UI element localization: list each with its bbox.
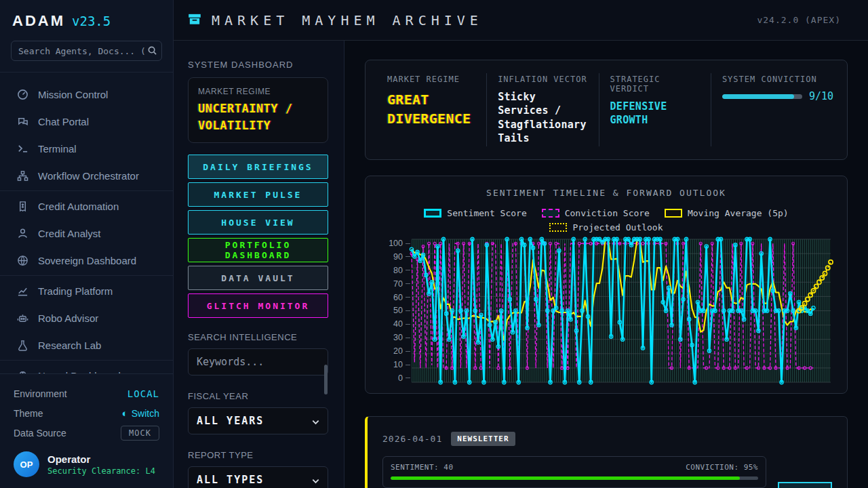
sitemap-icon [16,169,28,182]
y-tick-label: 10 [382,361,410,369]
newsletter-stats-box: SENTIMENT: 40 CONVICTION: 95% [382,456,766,488]
market-regime-label: MARKET REGIME [198,87,318,96]
system-dashboard-panel: SYSTEM DASHBOARD MARKET REGIME UNCERTAIN… [174,41,344,488]
environment-label: Environment [14,388,67,399]
sidebar-item-credit-analyst[interactable]: Credit Analyst [0,220,173,247]
sentiment-legend-swatch [424,209,441,218]
environment-value: LOCAL [127,388,159,399]
y-tick-label: 80 [382,266,410,274]
portfolio-dashboard-button[interactable]: PORTFOLIO DASHBOARD [188,238,328,262]
newsletter-date: 2026-04-01 [382,434,442,444]
archive-box-icon [187,12,202,29]
y-tick-label: 70 [382,280,410,288]
global-search-input[interactable] [11,41,162,61]
flask-icon [16,339,28,351]
sidebar-nav: Mission Control Chat Portal Terminal Wor… [0,73,173,373]
theme-switch-label: Switch [132,408,159,419]
person-icon [16,227,28,239]
theme-switch-button[interactable]: ◐ Switch [122,408,159,419]
stat-label: MARKET REGIME [387,75,477,84]
app-name: ADAM [12,12,65,30]
conviction-score: 9/10 [809,90,833,102]
sidebar-item-neural-dashboard[interactable]: Neural Dashboard [0,362,173,373]
y-tick-label: 90 [382,253,410,261]
newsletter-sentiment: SENTIMENT: 40 [391,463,454,472]
panel-scrollbar-thumb[interactable] [324,365,328,394]
y-tick-label: 30 [382,333,410,342]
market-pulse-button[interactable]: MARKET PULSE [188,182,328,207]
market-regime-value: UNCERTAINTY / VOLATILITY [198,100,318,134]
report-type-label: REPORT TYPE [188,450,328,460]
panel-heading: SYSTEM DASHBOARD [188,60,328,70]
top-header: MARKET MAYHEM ARCHIVE v24.2.0 (APEX) [174,0,868,41]
chart-plot-area[interactable] [412,239,831,382]
sidebar-item-label: Credit Analyst [38,228,101,239]
y-tick-label: 40 [382,320,410,328]
app-version: v23.5 [72,14,111,28]
search-icon [147,45,157,58]
data-vault-button[interactable]: DATA VAULT [188,266,328,290]
conviction-progressbar [722,94,802,99]
primary-sidebar: ADAM v23.5 Mission Control Chat Portal [0,0,174,488]
sidebar-item-label: Trading Platform [38,285,113,297]
sidebar-item-credit-automation[interactable]: Credit Automation [0,192,173,220]
open-report-button[interactable] [778,482,832,488]
y-tick-label: 60 [382,293,410,302]
sidebar-item-terminal[interactable]: Terminal [0,135,173,162]
keywords-input[interactable] [188,348,328,375]
sidebar-item-label: Research Lab [38,340,101,351]
legend-label: Conviction Score [565,208,650,218]
stat-inflation-vector: INFLATION VECTOR Sticky Services / Stagf… [486,73,598,146]
header-version: v24.2.0 (APEX) [757,15,841,25]
half-circle-icon: ◐ [122,408,128,418]
robot-icon [16,312,28,324]
y-tick-label: 20 [382,347,410,355]
avatar: OP [14,451,39,477]
operator-block: OP Operator Security Clearance: L4 [14,451,159,477]
conviction-legend-swatch [542,209,559,218]
y-tick-label: 100 [382,239,410,247]
daily-briefings-button[interactable]: DAILY BRIEFINGS [188,155,328,179]
stat-label: SYSTEM CONVICTION [722,75,833,84]
house-view-button[interactable]: HOUSE VIEW [188,210,328,235]
newsletter-badge: NEWSLETTER [451,432,515,446]
sidebar-item-label: Credit Automation [38,201,119,212]
sidebar-item-label: Terminal [38,143,77,155]
sidebar-item-trading-platform[interactable]: Trading Platform [0,277,173,304]
stat-value: Sticky Services / Stagflationary Tails [498,90,589,145]
stat-strategic-verdict: STRATEGIC VERDICT DEFENSIVE GROWTH [599,73,711,146]
sidebar-item-label: Robo Advisor [38,312,98,324]
y-tick-label: 50 [382,306,410,314]
datasource-label: Data Source [14,428,66,439]
sidebar-item-label: Chat Portal [38,116,89,127]
sidebar-item-chat-portal[interactable]: Chat Portal [0,108,173,135]
sidebar-item-sovereign-dashboard[interactable]: Sovereign Dashboard [0,247,173,274]
sidebar-item-mission-control[interactable]: Mission Control [0,81,173,108]
sidebar-item-workflow-orchestrator[interactable]: Workflow Orchestrator [0,162,173,189]
chat-icon [16,115,28,127]
search-intelligence-label: SEARCH INTELLIGENCE [188,332,328,342]
sidebar-item-research-lab[interactable]: Research Lab [0,331,173,359]
sidebar-item-robo-advisor[interactable]: Robo Advisor [0,304,173,331]
operator-clearance: Security Clearance: L4 [47,466,155,476]
brand: ADAM v23.5 [11,12,162,41]
stat-label: INFLATION VECTOR [498,75,589,84]
legend-label: Projected Outlook [572,222,663,232]
operator-name: Operator [47,453,155,465]
datasource-toggle-button[interactable]: MOCK [121,426,159,441]
report-type-select[interactable]: ALL TYPES [188,466,328,488]
fiscal-year-label: FISCAL YEAR [188,391,328,401]
chart-legend-row1: Sentiment Score Conviction Score Moving … [382,208,831,218]
page-title: MARKET MAYHEM ARCHIVE [212,12,483,28]
newsletter-card[interactable]: 2026-04-01 NEWSLETTER SENTIMENT: 40 CONV… [365,416,848,488]
chart-line-icon [16,285,28,297]
newsletter-progress-fill [391,476,740,480]
fiscal-year-select[interactable]: ALL YEARS [188,407,328,434]
chart-title: SENTIMENT TIMELINE & FORWARD OUTLOOK [382,188,831,198]
moving-average-legend-swatch [665,209,682,218]
receipt-icon [16,200,28,212]
glitch-monitor-button[interactable]: GLITCH MONITOR [188,293,328,318]
market-regime-card: MARKET REGIME UNCERTAINTY / VOLATILITY [188,77,328,143]
sidebar-item-label: Mission Control [38,89,108,100]
nav-divider [0,360,173,361]
